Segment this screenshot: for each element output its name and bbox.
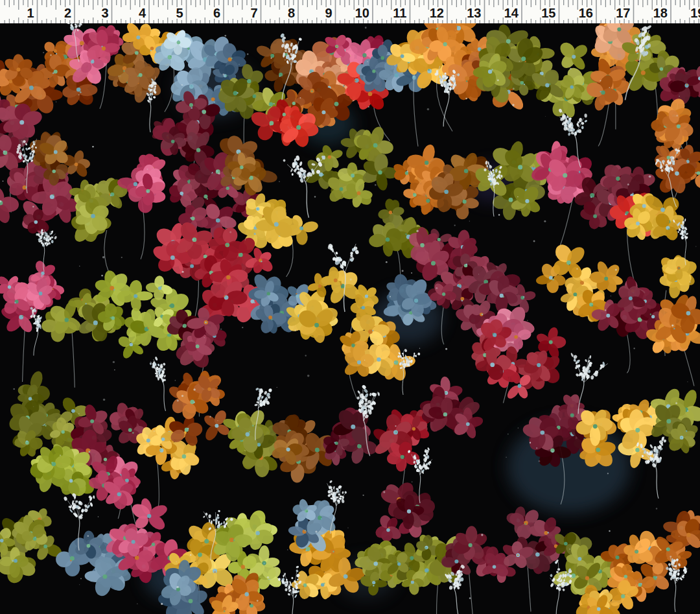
ruler-number: 6 (213, 6, 220, 20)
flower-cluster (624, 191, 685, 242)
ruler-number: 4 (139, 6, 146, 20)
ruler-number: 14 (504, 6, 519, 20)
ruler-number: 11 (393, 6, 406, 20)
ruler-number: 10 (355, 6, 369, 20)
ruler: 12345678910111213141516171819 (0, 0, 700, 23)
ruler-number: 3 (101, 6, 108, 20)
ruler-number: 9 (325, 6, 332, 20)
ruler-number: 2 (64, 6, 71, 20)
ruler-graphic: 12345678910111213141516171819 (0, 0, 700, 23)
fabric-graphic (0, 23, 700, 614)
fabric-print (0, 23, 700, 614)
ruler-number: 15 (541, 6, 555, 20)
ruler-number: 13 (467, 6, 481, 20)
ruler-number: 19 (690, 6, 700, 20)
ruler-number: 7 (250, 6, 257, 20)
ruler-number: 18 (653, 6, 668, 20)
ruler-number: 17 (616, 6, 630, 20)
ruler-number: 16 (579, 6, 593, 20)
fabric-swatch-photo: 12345678910111213141516171819 (0, 0, 700, 614)
ruler-number: 12 (430, 6, 444, 20)
ruler-number: 8 (288, 6, 295, 20)
ruler-number: 5 (176, 6, 183, 20)
ruler-number: 1 (27, 6, 34, 20)
